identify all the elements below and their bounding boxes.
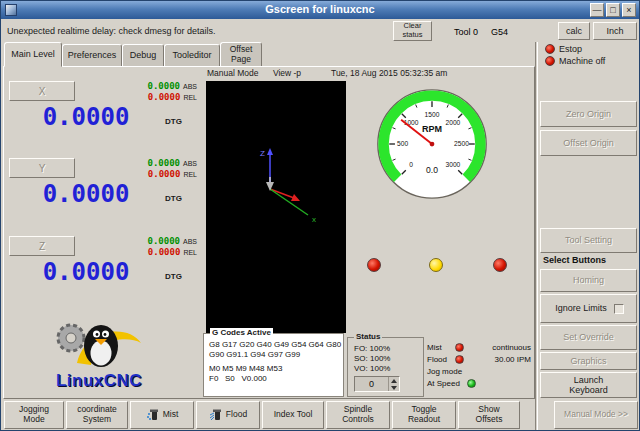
ignore-limits-toggle[interactable]: Ignore Limits	[540, 294, 637, 323]
jog-rate-value: 30.00 IPM	[495, 355, 531, 364]
pane-divider[interactable]	[535, 42, 538, 431]
gauge-tick-2000: 2000	[446, 119, 461, 126]
jogging-mode-button[interactable]: Jogging Mode	[4, 401, 64, 429]
at-speed-led-icon	[467, 379, 476, 388]
calc-button[interactable]: calc	[558, 22, 590, 40]
tab-tooleditor[interactable]: Tooleditor	[164, 44, 220, 67]
jog-mode-value: continuous	[492, 343, 531, 352]
machine-off-toggle[interactable]: Machine off	[545, 56, 605, 66]
linuxcnc-logo-text: LinuxCNC	[37, 371, 161, 391]
spindle-controls-button[interactable]: Spindle Controls	[326, 401, 390, 429]
gauge-tick-0: 0	[409, 161, 413, 168]
zero-origin-button[interactable]: Zero Origin	[540, 101, 637, 127]
tab-debug[interactable]: Debug	[122, 44, 164, 67]
spin-up-icon[interactable]	[389, 377, 399, 384]
view-label: View -p	[273, 68, 301, 78]
status-row: Unexpected realtime delay: check dmesg f…	[1, 19, 639, 42]
maximize-button-icon[interactable]: □	[606, 3, 620, 17]
flood-button[interactable]: Flood	[196, 401, 260, 429]
spindle-override-readout: SO: 100%	[354, 354, 423, 364]
datetime-label: Tue, 18 Aug 2015 05:32:35 am	[331, 68, 447, 78]
status-frame: Status FO: 100% SO: 100% VO: 100% 0	[347, 337, 424, 397]
gauge-tick-1500: 1500	[425, 111, 440, 118]
axis-x-button[interactable]: X	[9, 81, 75, 101]
lamp-center	[429, 258, 443, 272]
y-rel-readout: 0.0000REL	[101, 169, 197, 179]
realtime-delay-message: Unexpected realtime delay: check dmesg f…	[7, 26, 216, 36]
feed-override-readout: FO: 100%	[354, 344, 423, 354]
manual-mode-button[interactable]: Manual Mode >>	[554, 401, 638, 429]
mode-label: Manual Mode	[207, 68, 259, 78]
tool-number-label: Tool 0	[454, 27, 478, 37]
gcodes-frame: G Codes Active G8 G17 G20 G40 G49 G54 G6…	[203, 333, 344, 397]
close-button-icon[interactable]: ×	[622, 3, 636, 17]
gcodes-frame-title: G Codes Active	[210, 328, 273, 338]
graphics-button[interactable]: Graphics	[540, 352, 637, 370]
gauge-tick-3000: 3000	[446, 161, 461, 168]
jog-increment-spinbox[interactable]: 0	[354, 376, 400, 392]
show-offsets-button[interactable]: Show Offsets	[458, 401, 520, 429]
status-frame-title: Status	[354, 332, 382, 342]
x-rel-readout: 0.0000REL	[101, 92, 197, 102]
gcodes-line-2: G90 G91.1 G94 G97 G99	[209, 350, 340, 360]
gcodes-line-1: G8 G17 G20 G40 G49 G54 G64 G80	[209, 340, 340, 350]
coord-system-label: G54	[491, 27, 508, 37]
x-dtg-readout: 0.0000	[11, 103, 161, 131]
ignore-limits-checkbox-icon[interactable]	[614, 304, 624, 314]
fsv-line: F0 S0 V0.000	[209, 374, 340, 384]
linuxcnc-logo: LinuxCNC	[37, 317, 161, 395]
estop-toggle[interactable]: Estop	[545, 44, 582, 54]
mist-button[interactable]: Mist	[130, 401, 194, 429]
mist-led-icon	[455, 343, 464, 352]
minimize-button-icon[interactable]: —	[590, 3, 604, 17]
offset-origin-button[interactable]: Offset Origin	[540, 130, 637, 156]
spin-down-icon[interactable]	[389, 384, 399, 391]
axis-z-button[interactable]: Z	[9, 236, 75, 256]
launch-keyboard-button[interactable]: Launch Keyboard	[540, 372, 637, 398]
mist-status-row: Mist continuous	[425, 343, 531, 354]
flood-led-icon	[455, 355, 464, 364]
titlebar[interactable]: Gscreen for linuxcnc — □ ×	[1, 1, 639, 19]
z-dtg-readout: 0.0000	[11, 258, 161, 286]
rpm-gauge: 0 500 1000 1500 2000 2500 3000 RPM 0.0	[375, 87, 489, 201]
set-override-button[interactable]: Set Override	[540, 325, 637, 350]
x-axis-label: x	[312, 215, 316, 224]
mcodes-line: M0 M5 M9 M48 M53	[209, 364, 340, 374]
z-axis-label: Z	[260, 149, 265, 158]
gauge-tick-2500: 2500	[454, 140, 469, 147]
gauge-value: 0.0	[426, 165, 438, 175]
mist-icon	[146, 408, 160, 422]
estop-led-icon	[545, 44, 555, 54]
axis-y-button[interactable]: Y	[9, 158, 75, 178]
tab-main-level[interactable]: Main Level	[4, 42, 62, 67]
flood-icon	[209, 408, 223, 422]
gremlin-preview[interactable]: Z x	[206, 81, 346, 333]
lamp-left	[367, 258, 381, 272]
at-speed-status-row: At Speed	[425, 379, 531, 390]
preview-axes: Z x	[206, 81, 346, 333]
unit-inch-button[interactable]: Inch	[593, 22, 637, 40]
select-buttons-label: Select Buttons	[543, 255, 606, 265]
z-abs-readout: 0.0000ABS	[101, 236, 197, 246]
lamp-right	[493, 258, 507, 272]
coordinate-system-button[interactable]: coordinate System	[66, 401, 128, 429]
gscreen-window: Gscreen for linuxcnc — □ × Unexpected re…	[0, 0, 640, 431]
tab-offset-page[interactable]: Offset Page	[220, 42, 262, 67]
flood-status-row: Flood 30.00 IPM	[425, 355, 531, 366]
machine-off-led-icon	[545, 56, 555, 66]
z-rel-readout: 0.0000REL	[101, 247, 197, 257]
linuxcnc-logo-image	[47, 317, 151, 369]
toggle-readout-button[interactable]: Toggle Readout	[392, 401, 456, 429]
tool-setting-button[interactable]: Tool Setting	[540, 228, 637, 253]
clear-status-button[interactable]: Clear status	[393, 21, 432, 41]
index-tool-button[interactable]: Index Tool	[262, 401, 324, 429]
tab-preferences[interactable]: Preferences	[62, 44, 122, 67]
x-abs-readout: 0.0000ABS	[101, 81, 197, 91]
gauge-title: RPM	[422, 124, 442, 134]
jog-mode-status-row: Jog mode	[425, 367, 531, 378]
homing-button[interactable]: Homing	[540, 269, 637, 292]
y-abs-readout: 0.0000ABS	[101, 158, 197, 168]
preview-header: Manual Mode View -p Tue, 18 Aug 2015 05:…	[207, 68, 535, 80]
velocity-override-readout: VO: 100%	[354, 364, 423, 374]
gauge-tick-500: 500	[397, 140, 408, 147]
